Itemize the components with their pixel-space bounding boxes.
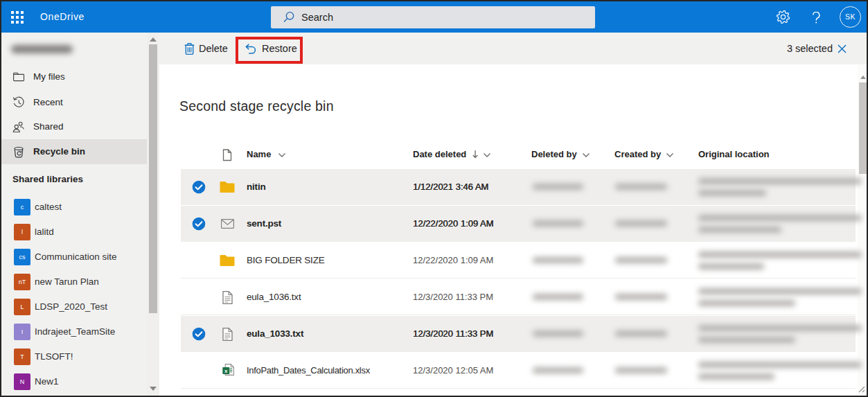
- svg-text:x: x: [224, 368, 228, 374]
